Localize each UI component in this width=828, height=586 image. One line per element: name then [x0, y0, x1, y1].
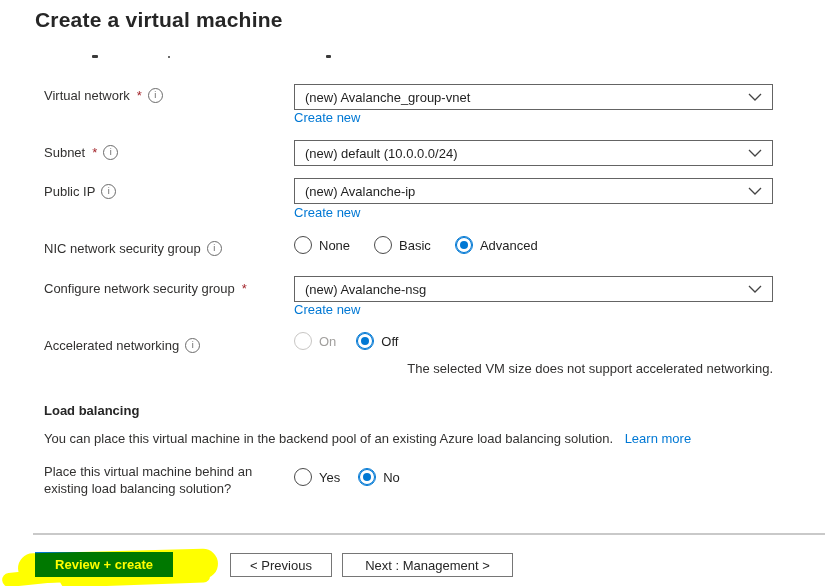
public-ip-dropdown[interactable]: (new) Avalanche-ip [294, 178, 773, 204]
radio-none[interactable] [294, 236, 312, 254]
radio-option-no[interactable]: No [358, 468, 400, 486]
radio-yes-label: Yes [319, 470, 340, 485]
load-balancing-question: Place this virtual machine behind an exi… [44, 463, 294, 497]
load-balancing-description: You can place this virtual machine in th… [44, 431, 691, 446]
public-ip-create-new-link[interactable]: Create new [294, 205, 360, 220]
radio-off-selected[interactable] [356, 332, 374, 350]
next-management-button[interactable]: Next : Management > [342, 553, 513, 577]
info-icon[interactable]: i [103, 145, 118, 160]
nic-nsg-label-text: NIC network security group [44, 241, 201, 256]
required-asterisk: * [242, 281, 247, 296]
info-icon[interactable]: i [148, 88, 163, 103]
radio-option-advanced[interactable]: Advanced [455, 236, 538, 254]
chevron-down-icon [748, 285, 762, 293]
load-balancing-radio-group: Yes No [294, 468, 400, 486]
virtual-network-create-new-link[interactable]: Create new [294, 110, 360, 125]
radio-option-basic[interactable]: Basic [374, 236, 431, 254]
virtual-network-label-text: Virtual network [44, 88, 130, 103]
previous-button[interactable]: < Previous [230, 553, 332, 577]
footer-divider [33, 533, 825, 535]
virtual-network-label: Virtual network * i [44, 88, 163, 103]
radio-basic[interactable] [374, 236, 392, 254]
configure-nsg-label: Configure network security group * [44, 281, 247, 296]
load-balancing-heading: Load balancing [44, 403, 139, 418]
nic-nsg-label: NIC network security group i [44, 241, 222, 256]
required-asterisk: * [137, 88, 142, 103]
subnet-label-text: Subnet [44, 145, 85, 160]
radio-option-off[interactable]: Off [356, 332, 398, 350]
radio-option-none[interactable]: None [294, 236, 350, 254]
radio-no-selected[interactable] [358, 468, 376, 486]
accelerated-networking-label: Accelerated networking i [44, 338, 200, 353]
subnet-label: Subnet * i [44, 145, 118, 160]
radio-option-yes[interactable]: Yes [294, 468, 340, 486]
configure-nsg-label-text: Configure network security group [44, 281, 235, 296]
configure-nsg-value: (new) Avalanche-nsg [305, 282, 748, 297]
nic-nsg-radio-group: None Basic Advanced [294, 236, 538, 254]
clipped-text-remnant [168, 56, 170, 58]
virtual-network-value: (new) Avalanche_group-vnet [305, 90, 748, 105]
radio-basic-label: Basic [399, 238, 431, 253]
virtual-network-dropdown[interactable]: (new) Avalanche_group-vnet [294, 84, 773, 110]
radio-advanced-label: Advanced [480, 238, 538, 253]
load-balancing-description-text: You can place this virtual machine in th… [44, 431, 613, 446]
review-create-button[interactable]: Review + create [35, 552, 173, 577]
chevron-down-icon [748, 187, 762, 195]
configure-nsg-create-new-link[interactable]: Create new [294, 302, 360, 317]
clipped-text-remnant [92, 55, 98, 58]
required-asterisk: * [92, 145, 97, 160]
radio-on-disabled [294, 332, 312, 350]
subnet-dropdown[interactable]: (new) default (10.0.0.0/24) [294, 140, 773, 166]
radio-yes[interactable] [294, 468, 312, 486]
accelerated-networking-label-text: Accelerated networking [44, 338, 179, 353]
configure-nsg-dropdown[interactable]: (new) Avalanche-nsg [294, 276, 773, 302]
page-title: Create a virtual machine [35, 8, 283, 32]
clipped-text-remnant [326, 55, 331, 58]
radio-no-label: No [383, 470, 400, 485]
radio-none-label: None [319, 238, 350, 253]
review-create-button-label: Review + create [55, 557, 153, 572]
info-icon[interactable]: i [185, 338, 200, 353]
radio-advanced-selected[interactable] [455, 236, 473, 254]
chevron-down-icon [748, 149, 762, 157]
info-icon[interactable]: i [101, 184, 116, 199]
public-ip-value: (new) Avalanche-ip [305, 184, 748, 199]
chevron-down-icon [748, 93, 762, 101]
radio-on-label: On [319, 334, 336, 349]
public-ip-label: Public IP i [44, 184, 116, 199]
radio-off-label: Off [381, 334, 398, 349]
create-vm-page: Create a virtual machine Virtual network… [0, 0, 828, 586]
subnet-value: (new) default (10.0.0.0/24) [305, 146, 748, 161]
accelerated-networking-note: The selected VM size does not support ac… [294, 361, 773, 376]
accelerated-networking-radio-group: On Off [294, 332, 398, 350]
public-ip-label-text: Public IP [44, 184, 95, 199]
info-icon[interactable]: i [207, 241, 222, 256]
learn-more-link[interactable]: Learn more [625, 431, 691, 446]
radio-option-on-disabled: On [294, 332, 336, 350]
